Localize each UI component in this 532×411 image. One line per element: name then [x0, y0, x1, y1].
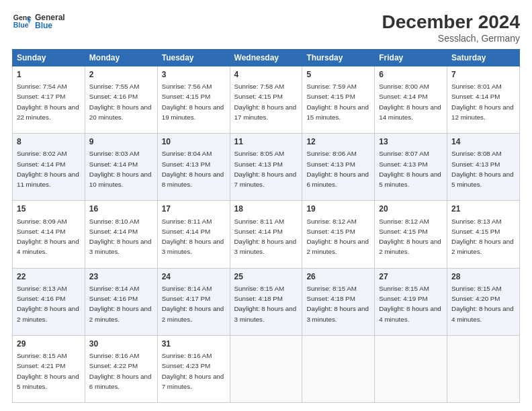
day-number: 13	[379, 136, 443, 148]
logo-icon: General Blue	[12, 12, 31, 31]
title-area: December 2024 Sesslach, Germany	[382, 12, 520, 44]
calendar-table: SundayMondayTuesdayWednesdayThursdayFrid…	[12, 49, 520, 403]
svg-text:Blue: Blue	[13, 21, 29, 29]
day-number: 24	[162, 271, 226, 283]
day-info: Sunrise: 7:55 AMSunset: 4:16 PMDaylight:…	[89, 83, 152, 121]
week-row-4: 22Sunrise: 8:13 AMSunset: 4:16 PMDayligh…	[13, 268, 520, 335]
day-info: Sunrise: 8:02 AMSunset: 4:14 PMDaylight:…	[17, 150, 79, 188]
day-info: Sunrise: 8:11 AMSunset: 4:14 PMDaylight:…	[162, 218, 224, 256]
logo: General Blue General Blue	[12, 12, 65, 31]
day-info: Sunrise: 8:09 AMSunset: 4:14 PMDaylight:…	[17, 218, 79, 256]
day-number: 3	[162, 69, 226, 81]
calendar-cell: 3Sunrise: 7:56 AMSunset: 4:15 PMDaylight…	[157, 66, 230, 133]
header: General Blue General Blue December 2024 …	[12, 12, 520, 44]
day-info: Sunrise: 8:13 AMSunset: 4:16 PMDaylight:…	[17, 285, 79, 323]
weekday-header-tuesday: Tuesday	[157, 49, 230, 66]
day-number: 29	[17, 338, 81, 350]
week-row-1: 1Sunrise: 7:54 AMSunset: 4:17 PMDaylight…	[13, 66, 520, 133]
weekday-header-monday: Monday	[85, 49, 157, 66]
calendar-cell: 15Sunrise: 8:09 AMSunset: 4:14 PMDayligh…	[13, 201, 85, 268]
calendar-cell: 31Sunrise: 8:16 AMSunset: 4:23 PMDayligh…	[157, 335, 230, 402]
calendar-cell: 12Sunrise: 8:06 AMSunset: 4:13 PMDayligh…	[302, 134, 375, 201]
calendar-cell: 14Sunrise: 8:08 AMSunset: 4:13 PMDayligh…	[447, 134, 520, 201]
day-number: 26	[306, 271, 370, 283]
day-number: 2	[89, 69, 153, 81]
day-info: Sunrise: 8:06 AMSunset: 4:13 PMDaylight:…	[306, 150, 369, 188]
calendar-cell: 6Sunrise: 8:00 AMSunset: 4:14 PMDaylight…	[375, 66, 447, 133]
week-row-3: 15Sunrise: 8:09 AMSunset: 4:14 PMDayligh…	[13, 201, 520, 268]
calendar-cell: 25Sunrise: 8:15 AMSunset: 4:18 PMDayligh…	[230, 268, 302, 335]
calendar-cell: 24Sunrise: 8:14 AMSunset: 4:17 PMDayligh…	[157, 268, 230, 335]
day-info: Sunrise: 8:16 AMSunset: 4:23 PMDaylight:…	[162, 352, 224, 390]
day-info: Sunrise: 8:14 AMSunset: 4:17 PMDaylight:…	[162, 285, 224, 323]
day-number: 11	[234, 136, 298, 148]
calendar-cell: 30Sunrise: 8:16 AMSunset: 4:22 PMDayligh…	[85, 335, 157, 402]
day-info: Sunrise: 8:03 AMSunset: 4:14 PMDaylight:…	[89, 150, 152, 188]
day-info: Sunrise: 8:11 AMSunset: 4:14 PMDaylight:…	[234, 218, 297, 256]
day-info: Sunrise: 8:15 AMSunset: 4:20 PMDaylight:…	[451, 285, 514, 323]
day-number: 30	[89, 338, 153, 350]
weekday-header-sunday: Sunday	[13, 49, 85, 66]
weekday-header-row: SundayMondayTuesdayWednesdayThursdayFrid…	[13, 49, 520, 66]
day-info: Sunrise: 8:12 AMSunset: 4:15 PMDaylight:…	[306, 218, 369, 256]
calendar-cell: 18Sunrise: 8:11 AMSunset: 4:14 PMDayligh…	[230, 201, 302, 268]
day-number: 4	[234, 69, 298, 81]
day-number: 12	[306, 136, 370, 148]
day-number: 9	[89, 136, 153, 148]
day-number: 22	[17, 271, 81, 283]
weekday-header-saturday: Saturday	[447, 49, 520, 66]
calendar-cell: 7Sunrise: 8:01 AMSunset: 4:14 PMDaylight…	[447, 66, 520, 133]
calendar-cell: 26Sunrise: 8:15 AMSunset: 4:18 PMDayligh…	[302, 268, 375, 335]
day-info: Sunrise: 8:14 AMSunset: 4:16 PMDaylight:…	[89, 285, 152, 323]
day-number: 20	[379, 203, 443, 215]
day-number: 7	[451, 69, 515, 81]
day-info: Sunrise: 8:01 AMSunset: 4:14 PMDaylight:…	[451, 83, 514, 121]
day-number: 31	[162, 338, 226, 350]
calendar-cell: 5Sunrise: 7:59 AMSunset: 4:15 PMDaylight…	[302, 66, 375, 133]
weekday-header-wednesday: Wednesday	[230, 49, 302, 66]
weekday-header-thursday: Thursday	[302, 49, 375, 66]
calendar-cell: 4Sunrise: 7:58 AMSunset: 4:15 PMDaylight…	[230, 66, 302, 133]
day-number: 27	[379, 271, 443, 283]
calendar-cell: 11Sunrise: 8:05 AMSunset: 4:13 PMDayligh…	[230, 134, 302, 201]
day-number: 17	[162, 203, 226, 215]
day-info: Sunrise: 7:54 AMSunset: 4:17 PMDaylight:…	[17, 83, 79, 121]
day-info: Sunrise: 7:56 AMSunset: 4:15 PMDaylight:…	[162, 83, 224, 121]
day-number: 5	[306, 69, 370, 81]
calendar-cell: 17Sunrise: 8:11 AMSunset: 4:14 PMDayligh…	[157, 201, 230, 268]
calendar-cell	[447, 335, 520, 402]
day-info: Sunrise: 8:05 AMSunset: 4:13 PMDaylight:…	[234, 150, 297, 188]
day-number: 25	[234, 271, 298, 283]
day-info: Sunrise: 8:10 AMSunset: 4:14 PMDaylight:…	[89, 218, 152, 256]
day-info: Sunrise: 8:08 AMSunset: 4:13 PMDaylight:…	[451, 150, 514, 188]
day-info: Sunrise: 8:13 AMSunset: 4:15 PMDaylight:…	[451, 218, 514, 256]
calendar-cell	[230, 335, 302, 402]
day-number: 23	[89, 271, 153, 283]
calendar-cell: 8Sunrise: 8:02 AMSunset: 4:14 PMDaylight…	[13, 134, 85, 201]
day-number: 19	[306, 203, 370, 215]
day-number: 6	[379, 69, 443, 81]
day-info: Sunrise: 8:15 AMSunset: 4:18 PMDaylight:…	[306, 285, 369, 323]
main-title: December 2024	[382, 12, 520, 33]
day-number: 10	[162, 136, 226, 148]
calendar-cell: 22Sunrise: 8:13 AMSunset: 4:16 PMDayligh…	[13, 268, 85, 335]
day-info: Sunrise: 8:00 AMSunset: 4:14 PMDaylight:…	[379, 83, 441, 121]
calendar-cell: 20Sunrise: 8:12 AMSunset: 4:15 PMDayligh…	[375, 201, 447, 268]
day-number: 8	[17, 136, 81, 148]
weekday-header-friday: Friday	[375, 49, 447, 66]
calendar-cell: 23Sunrise: 8:14 AMSunset: 4:16 PMDayligh…	[85, 268, 157, 335]
calendar-cell	[302, 335, 375, 402]
calendar-cell: 19Sunrise: 8:12 AMSunset: 4:15 PMDayligh…	[302, 201, 375, 268]
day-info: Sunrise: 8:15 AMSunset: 4:18 PMDaylight:…	[234, 285, 297, 323]
day-number: 16	[89, 203, 153, 215]
week-row-2: 8Sunrise: 8:02 AMSunset: 4:14 PMDaylight…	[13, 134, 520, 201]
calendar-cell: 28Sunrise: 8:15 AMSunset: 4:20 PMDayligh…	[447, 268, 520, 335]
day-info: Sunrise: 7:58 AMSunset: 4:15 PMDaylight:…	[234, 83, 297, 121]
week-row-5: 29Sunrise: 8:15 AMSunset: 4:21 PMDayligh…	[13, 335, 520, 402]
day-number: 15	[17, 203, 81, 215]
day-info: Sunrise: 8:07 AMSunset: 4:13 PMDaylight:…	[379, 150, 441, 188]
subtitle: Sesslach, Germany	[382, 33, 520, 44]
day-info: Sunrise: 8:16 AMSunset: 4:22 PMDaylight:…	[89, 352, 152, 390]
day-info: Sunrise: 8:04 AMSunset: 4:13 PMDaylight:…	[162, 150, 224, 188]
calendar-body: 1Sunrise: 7:54 AMSunset: 4:17 PMDaylight…	[13, 66, 520, 402]
